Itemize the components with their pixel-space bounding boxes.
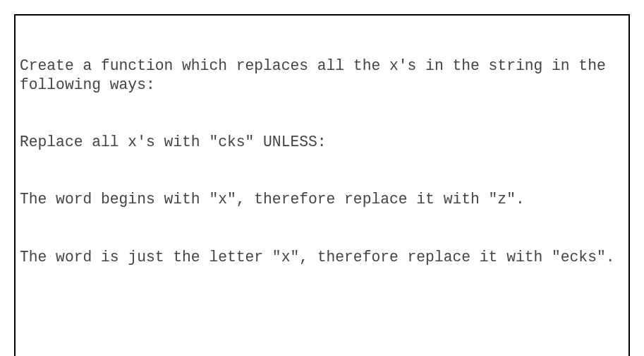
desc-line-4: The word is just the letter "x", therefo… [20, 248, 624, 267]
desc-line-2: Replace all x's with "cks" UNLESS: [20, 133, 624, 152]
desc-line-3: The word begins with "x", therefore repl… [20, 190, 624, 209]
blank-line [20, 305, 624, 324]
problem-textarea[interactable]: Create a function which replaces all the… [14, 14, 630, 356]
desc-line-1: Create a function which replaces all the… [20, 57, 624, 95]
